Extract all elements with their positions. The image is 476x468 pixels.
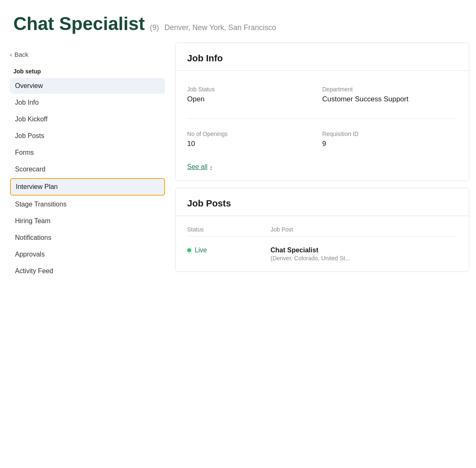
requisition-value: 9 [322,140,457,148]
status-dot-icon [187,248,191,252]
status-col-label: Status [187,226,271,233]
content-area: Job Info Job Status Open Department Cust… [175,43,476,286]
post-title: Chat Specialist [271,247,457,254]
sidebar-item-job-kickoff[interactable]: Job Kickoff [10,111,165,127]
job-info-card-header: Job Info [175,43,469,71]
job-status-value: Open [187,95,322,103]
status-cell: Live [187,247,271,254]
back-chevron-icon: ‹ [10,51,12,58]
status-live-label: Live [195,247,207,254]
sidebar-item-approvals[interactable]: Approvals [10,247,165,262]
sidebar-item-activity-feed[interactable]: Activity Feed [10,263,165,279]
sidebar-section-title: Job setup [10,68,165,75]
table-row: Live Chat Specialist (Denver, Colorado, … [187,242,457,262]
sidebar-item-notifications[interactable]: Notifications [10,230,165,246]
page-title: Chat Specialist [13,13,145,34]
job-info-grid-2: No of Openings 10 Requisition ID 9 [187,126,457,160]
sidebar-item-scorecard[interactable]: Scorecard [10,161,165,177]
sidebar-item-stage-transitions[interactable]: Stage Transitions [10,196,165,212]
job-status-label: Job Status [187,86,322,93]
department-label: Department [322,86,457,93]
department-value: Customer Success Support [322,95,457,103]
page-count: (9) Denver, New York, San Francisco [150,23,276,32]
openings-label: No of Openings [187,131,322,137]
sidebar-item-job-info[interactable]: Job Info [10,95,165,111]
job-info-grid: Job Status Open Department Customer Succ… [187,81,457,115]
see-all-chevron-icon: › [210,164,212,170]
requisition-label: Requisition ID [322,131,457,137]
post-subtitle: (Denver, Colorado, United St... [271,255,457,262]
info-divider [187,118,457,119]
back-button[interactable]: ‹ Back [10,49,165,60]
back-label: Back [15,51,28,58]
sidebar-item-forms[interactable]: Forms [10,145,165,161]
requisition-cell: Requisition ID 9 [322,126,457,160]
job-posts-body: Status Job Post Live Chat Specialist (De… [175,216,469,272]
sidebar-item-job-posts[interactable]: Job Posts [10,128,165,144]
job-posts-title: Job Posts [187,198,457,209]
sidebar-item-overview[interactable]: Overview [10,78,165,94]
posts-table-header: Status Job Post [187,226,457,237]
department-cell: Department Customer Success Support [322,81,457,115]
job-posts-card-header: Job Posts [175,188,469,216]
job-info-card: Job Info Job Status Open Department Cust… [175,43,469,181]
page-header: Chat Specialist (9) Denver, New York, Sa… [0,0,476,43]
post-col-label: Job Post [271,226,457,233]
openings-cell: No of Openings 10 [187,126,322,160]
job-info-title: Job Info [187,53,457,64]
openings-value: 10 [187,140,322,148]
sidebar-item-interview-plan[interactable]: Interview Plan [10,178,165,196]
job-status-cell: Job Status Open [187,81,322,115]
job-info-body: Job Status Open Department Customer Succ… [175,71,469,181]
job-posts-card: Job Posts Status Job Post Live Chat Spec… [175,188,469,272]
see-all-link[interactable]: See all › [187,163,212,171]
sidebar-item-hiring-team[interactable]: Hiring Team [10,213,165,229]
main-layout: ‹ Back Job setup Overview Job Info Job K… [0,43,476,286]
post-info-cell: Chat Specialist (Denver, Colorado, Unite… [271,247,457,262]
sidebar-nav: Overview Job Info Job Kickoff Job Posts … [10,78,165,279]
sidebar: ‹ Back Job setup Overview Job Info Job K… [0,43,175,286]
